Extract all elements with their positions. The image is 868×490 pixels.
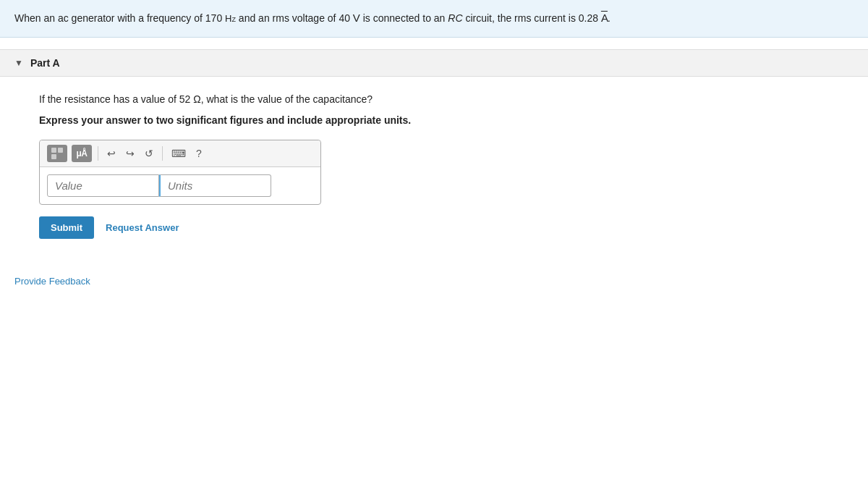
question-text: If the resistance has a value of 52 Ω, w… xyxy=(39,91,829,107)
provide-feedback-link[interactable]: Provide Feedback xyxy=(14,276,90,287)
request-answer-link[interactable]: Request Answer xyxy=(106,222,179,233)
units-icon[interactable]: μÅ xyxy=(72,145,92,162)
question-instruction: Express your answer to two significant f… xyxy=(39,113,829,128)
svg-rect-1 xyxy=(58,148,63,153)
collapse-arrow-icon: ▼ xyxy=(14,58,23,68)
part-a-section: ▼ Part A If the resistance has a value o… xyxy=(0,49,868,253)
help-button[interactable]: ? xyxy=(193,146,205,161)
refresh-button[interactable]: ↺ xyxy=(142,146,156,161)
fractions-icon[interactable] xyxy=(47,145,67,162)
toolbar-separator-2 xyxy=(162,146,163,161)
answer-toolbar: μÅ ↩ ↪ ↺ ⌨ ? xyxy=(40,140,320,167)
keyboard-button[interactable]: ⌨ xyxy=(169,146,189,161)
part-a-body: If the resistance has a value of 52 Ω, w… xyxy=(0,77,868,253)
toolbar-separator-1 xyxy=(98,146,98,161)
units-input[interactable] xyxy=(159,174,271,197)
action-buttons: Submit Request Answer xyxy=(39,216,829,239)
problem-statement: When an ac generator with a frequency of… xyxy=(0,0,868,38)
part-a-label: Part A xyxy=(30,57,60,69)
svg-rect-2 xyxy=(51,154,56,159)
problem-text: When an ac generator with a frequency of… xyxy=(14,12,610,24)
svg-rect-0 xyxy=(51,148,56,153)
submit-button[interactable]: Submit xyxy=(39,216,94,239)
answer-box: μÅ ↩ ↪ ↺ ⌨ ? xyxy=(39,140,321,205)
units-icon-label: μÅ xyxy=(76,148,87,159)
part-a-header[interactable]: ▼ Part A xyxy=(0,49,868,77)
value-input[interactable] xyxy=(47,174,159,197)
redo-button[interactable]: ↪ xyxy=(123,146,137,161)
answer-inputs xyxy=(40,167,320,204)
feedback-section: Provide Feedback xyxy=(0,253,868,301)
undo-button[interactable]: ↩ xyxy=(104,146,119,161)
